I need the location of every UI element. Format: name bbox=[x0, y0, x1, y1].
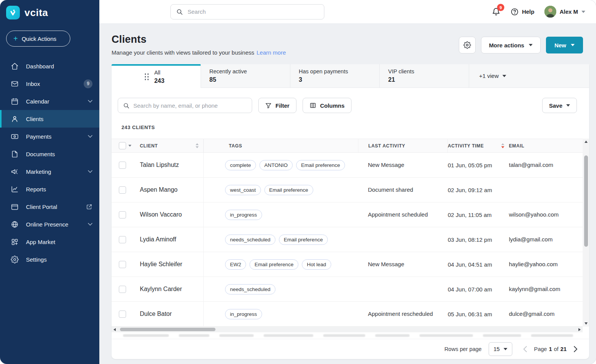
select-all-checkbox[interactable] bbox=[119, 142, 126, 149]
column-header-tags[interactable]: TAGS bbox=[204, 143, 358, 149]
sort-activity-time-icon[interactable] bbox=[501, 143, 504, 148]
clients-count-label: 243 CLIENTS bbox=[112, 113, 589, 130]
client-name[interactable]: Aspen Mango bbox=[140, 186, 178, 193]
global-search[interactable] bbox=[170, 4, 324, 19]
tag-pill[interactable]: Email preference bbox=[296, 160, 345, 170]
tag-pill[interactable]: in_progress bbox=[225, 210, 262, 220]
rows-per-page-select[interactable]: 15 bbox=[489, 342, 512, 356]
save-view-button[interactable]: Save bbox=[542, 98, 577, 113]
view-settings-button[interactable] bbox=[459, 37, 476, 53]
horizontal-scroll-track[interactable] bbox=[118, 327, 577, 332]
tag-pill[interactable]: needs_scheduled bbox=[225, 284, 275, 294]
table-row[interactable]: Lydia Aminoff needs_scheduled Email pref… bbox=[112, 227, 583, 252]
tag-pill[interactable]: Email preference bbox=[279, 235, 328, 245]
tab-vip-clients[interactable]: VIP clients 21 bbox=[380, 64, 469, 88]
sidebar-item-reports[interactable]: Reports bbox=[0, 180, 99, 198]
table-row[interactable]: Aspen Mango west_coast Email preference … bbox=[112, 178, 583, 202]
row-checkbox[interactable] bbox=[119, 211, 126, 218]
tag-pill[interactable]: Email preference bbox=[264, 185, 313, 195]
chevron-down-icon bbox=[504, 348, 507, 350]
client-name[interactable]: Wilson Vaccaro bbox=[140, 211, 182, 218]
columns-button[interactable]: Columns bbox=[303, 98, 351, 113]
filter-button[interactable]: Filter bbox=[258, 98, 296, 113]
sidebar-item-settings[interactable]: Settings bbox=[0, 251, 99, 268]
row-checkbox[interactable] bbox=[119, 236, 126, 243]
sidebar-item-documents[interactable]: Documents bbox=[0, 145, 99, 163]
tab-has-open-payments[interactable]: Has open payments 3 bbox=[290, 64, 380, 88]
tab-all[interactable]: All 243 bbox=[112, 64, 201, 88]
tab-recently-active[interactable]: Recently active 85 bbox=[201, 64, 290, 88]
more-views-dropdown[interactable]: +1 view bbox=[479, 73, 506, 79]
sidebar-item-label: Reports bbox=[26, 186, 46, 193]
table-row[interactable]: Dulce Bator in_progress Appointment resc… bbox=[112, 302, 583, 327]
row-checkbox[interactable] bbox=[119, 162, 126, 169]
table-row[interactable]: Wilson Vaccaro in_progress Appointment s… bbox=[112, 202, 583, 227]
select-menu-chevron-icon[interactable] bbox=[128, 145, 131, 147]
column-header-last-activity[interactable]: LAST ACTIVITY bbox=[358, 139, 448, 152]
next-page-button[interactable] bbox=[572, 344, 579, 354]
sidebar-item-dashboard[interactable]: Dashboard bbox=[0, 57, 99, 75]
client-name[interactable]: Dulce Bator bbox=[140, 311, 172, 317]
sidebar-item-client-portal[interactable]: Client Portal bbox=[0, 198, 99, 215]
funnel-icon bbox=[265, 102, 272, 109]
more-actions-button[interactable]: More actions bbox=[481, 37, 541, 53]
sidebar-item-inbox[interactable]: Inbox 9 bbox=[0, 75, 99, 92]
vertical-scroll-thumb[interactable] bbox=[584, 155, 588, 247]
tag-pill[interactable]: EW2 bbox=[225, 259, 246, 270]
client-name[interactable]: Lydia Aminoff bbox=[140, 236, 176, 243]
column-header-email[interactable]: EMAIL bbox=[509, 143, 583, 149]
client-name[interactable]: Haylie Schleifer bbox=[140, 261, 182, 268]
scroll-down-arrow-icon[interactable] bbox=[583, 320, 589, 327]
column-header-activity-time[interactable]: ACTIVITY TIME bbox=[448, 143, 509, 149]
scroll-right-arrow-icon[interactable] bbox=[577, 328, 583, 331]
brand[interactable]: vcita bbox=[0, 0, 99, 24]
horizontal-scrollbar[interactable] bbox=[112, 327, 583, 332]
row-checkbox[interactable] bbox=[119, 186, 126, 194]
vertical-scrollbar[interactable] bbox=[583, 139, 589, 327]
horizontal-scroll-thumb[interactable] bbox=[120, 328, 215, 331]
sidebar-item-calendar[interactable]: Calendar bbox=[0, 92, 99, 110]
sidebar-item-marketing[interactable]: Marketing bbox=[0, 163, 99, 180]
global-search-input[interactable] bbox=[188, 8, 319, 15]
sidebar-item-online-presence[interactable]: Online Presence bbox=[0, 215, 99, 233]
last-activity: New Message bbox=[368, 162, 404, 168]
tag-pill[interactable]: complete bbox=[225, 160, 256, 170]
learn-more-link[interactable]: Learn more bbox=[257, 49, 286, 56]
row-checkbox[interactable] bbox=[119, 311, 126, 318]
previous-page-button[interactable] bbox=[522, 344, 529, 354]
client-email: dulce@gmail.com bbox=[509, 311, 554, 317]
sidebar-item-payments[interactable]: Payments bbox=[0, 128, 99, 145]
column-header-client[interactable]: CLIENT bbox=[137, 139, 204, 152]
tag-pill[interactable]: Email preference bbox=[249, 259, 298, 270]
chevron-down-icon bbox=[581, 11, 585, 13]
notifications-button[interactable]: 9 bbox=[492, 7, 500, 16]
new-button[interactable]: New bbox=[546, 37, 583, 53]
sort-client-icon[interactable] bbox=[196, 143, 199, 148]
table-row[interactable]: Kaylynn Carder needs_scheduled 04 Jun, 0… bbox=[112, 277, 583, 302]
client-name[interactable]: Kaylynn Carder bbox=[140, 286, 182, 293]
client-search[interactable] bbox=[118, 98, 252, 113]
row-checkbox[interactable] bbox=[119, 286, 126, 293]
vertical-scroll-track[interactable] bbox=[583, 145, 589, 320]
client-search-input[interactable] bbox=[133, 102, 247, 109]
tag-pill[interactable]: needs_scheduled bbox=[225, 235, 275, 245]
tag-pill[interactable]: ANTONIO bbox=[259, 160, 293, 170]
tag-pill[interactable]: west_coast bbox=[225, 185, 261, 195]
sidebar-item-app-market[interactable]: App Market bbox=[0, 233, 99, 251]
chart-icon bbox=[11, 185, 19, 193]
tag-pill[interactable]: in_progress bbox=[225, 309, 262, 319]
table-row[interactable]: Haylie Schleifer EW2 Email preference Ho… bbox=[112, 252, 583, 277]
sidebar-item-clients[interactable]: Clients bbox=[0, 110, 99, 128]
client-name[interactable]: Talan Lipshutz bbox=[140, 162, 179, 168]
external-link-icon bbox=[86, 204, 92, 210]
help-button[interactable]: Help bbox=[510, 8, 534, 16]
table-row[interactable]: Talan Lipshutz complete ANTONIO Email pr… bbox=[112, 153, 583, 178]
user-menu[interactable]: Alex M bbox=[544, 6, 585, 18]
drag-handle-icon[interactable] bbox=[145, 73, 149, 80]
tag-pill[interactable]: Hot lead bbox=[302, 259, 331, 270]
quick-actions-button[interactable]: + Quick Actions bbox=[6, 31, 70, 47]
scroll-left-arrow-icon[interactable] bbox=[112, 328, 118, 331]
row-checkbox[interactable] bbox=[119, 261, 126, 268]
column-label: TAGS bbox=[229, 143, 242, 149]
scroll-up-arrow-icon[interactable] bbox=[583, 139, 589, 145]
